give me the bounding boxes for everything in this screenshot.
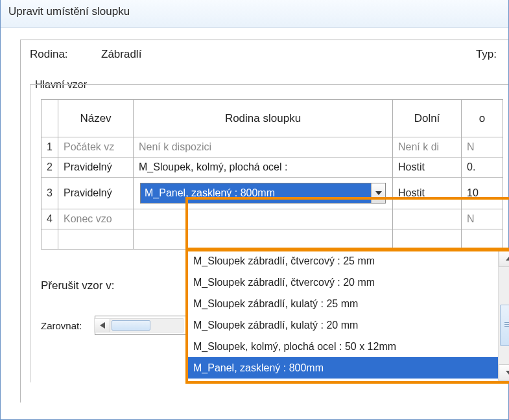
family-value: Zábradlí: [101, 48, 141, 61]
cell-name[interactable]: Pravidelný: [58, 178, 134, 209]
horizontal-scrollbar[interactable]: [94, 318, 183, 332]
cell-family[interactable]: M_Sloupek, kolmý, plochá ocel :: [134, 158, 393, 178]
break-pattern-label: Přerušit vzor v:: [41, 279, 114, 292]
dialog-title: Upravit umístění sloupku: [1, 0, 508, 28]
dropdown-option[interactable]: M_Sloupek zábradlí, čtvercový : 20 mm: [188, 272, 498, 293]
main-pattern-fieldset: Hlavní vzor Název Rodina sloupku Dolní: [30, 73, 508, 382]
cell-family[interactable]: Není k dispozici: [134, 137, 393, 158]
dialog-content: Rodina: Zábradlí Typ: Hlavní vzor Náze: [1, 28, 508, 402]
dropdown-option[interactable]: M_Sloupek zábradlí, čtvercový : 25 mm: [188, 250, 498, 272]
row-number: 3: [41, 178, 58, 209]
scroll-thumb[interactable]: [112, 320, 150, 331]
row-number: 2: [41, 158, 58, 178]
family-dropdown[interactable]: M_Panel, zasklený : 800mm: [140, 183, 386, 204]
cell-name[interactable]: Pravidelný: [58, 158, 134, 178]
dropdown-option[interactable]: M_Sloupek zábradlí, kulatý : 25 mm: [188, 293, 498, 314]
inner-panel: Rodina: Zábradlí Typ: Hlavní vzor Náze: [20, 40, 508, 402]
dropdown-option-selected[interactable]: M_Panel, zasklený : 800mm: [188, 357, 498, 379]
cell-family[interactable]: [134, 209, 393, 229]
row-number-empty: [41, 229, 58, 250]
scroll-track[interactable]: [499, 267, 509, 364]
table-row[interactable]: 2 Pravidelný M_Sloupek, kolmý, plochá oc…: [41, 158, 503, 178]
header-corner: [41, 100, 58, 137]
table-row[interactable]: 1 Počátek vz Není k dispozici Není k di …: [41, 137, 503, 158]
family-row: Rodina: Zábradlí Typ:: [30, 48, 508, 61]
dropdown-option[interactable]: M_Sloupek zábradlí, kulatý : 20 mm: [188, 314, 498, 336]
row-number: 1: [41, 137, 58, 158]
svg-marker-2: [506, 257, 510, 261]
family-dropdown-list[interactable]: M_Sloupek zábradlí, čtvercový : 25 mm M_…: [188, 250, 498, 381]
family-dropdown-selected: M_Panel, zasklený : 800mm: [141, 183, 371, 203]
cell-bottom[interactable]: Není k di: [393, 137, 462, 158]
dialog-window: Upravit umístění sloupku Rodina: Zábradl…: [0, 0, 509, 420]
cell-bottom[interactable]: Hostit: [393, 178, 462, 209]
type-label: Typ:: [476, 48, 497, 61]
scroll-thumb[interactable]: [500, 305, 509, 346]
cell-name[interactable]: Konec vzo: [58, 209, 134, 229]
svg-marker-3: [506, 371, 510, 375]
dropdown-scrollbar[interactable]: [498, 250, 509, 381]
header-family: Rodina sloupku: [134, 100, 393, 137]
cell-family-dropdown[interactable]: M_Panel, zasklený : 800mm: [134, 178, 393, 209]
cell-bottom[interactable]: Hostit: [393, 158, 462, 178]
cell-last[interactable]: 10: [462, 178, 503, 209]
cell-last[interactable]: N: [462, 137, 503, 158]
cell-name[interactable]: Počátek vz: [58, 137, 134, 158]
family-label: Rodina:: [30, 48, 101, 61]
cell-last[interactable]: 0.: [462, 158, 503, 178]
header-bottom: Dolní: [393, 100, 462, 137]
scroll-left-button[interactable]: [95, 319, 110, 332]
dropdown-option[interactable]: M_Sloupek, kolmý, plochá ocel : 50 x 12m…: [188, 336, 498, 357]
scroll-down-button[interactable]: [499, 364, 509, 381]
cell-last[interactable]: N: [462, 209, 503, 229]
fieldset-body: Název Rodina sloupku Dolní o 1 Počátek v…: [30, 84, 508, 382]
header-name: Název: [58, 100, 134, 137]
cell-bottom[interactable]: [393, 209, 462, 229]
table-row[interactable]: 3 Pravidelný M_Panel, zasklený : 800mm: [41, 178, 503, 209]
scroll-track[interactable]: [110, 319, 183, 332]
table-row-empty: [41, 229, 503, 250]
svg-marker-1: [100, 322, 105, 329]
baluster-table: Název Rodina sloupku Dolní o 1 Počátek v…: [41, 99, 503, 250]
svg-marker-0: [375, 191, 382, 195]
row-number: 4: [41, 209, 58, 229]
chevron-down-icon[interactable]: [371, 183, 385, 203]
scroll-up-button[interactable]: [499, 250, 509, 267]
align-label: Zarovnat:: [41, 320, 82, 331]
table-row[interactable]: 4 Konec vzo N: [41, 209, 503, 229]
header-last: o: [462, 100, 503, 137]
